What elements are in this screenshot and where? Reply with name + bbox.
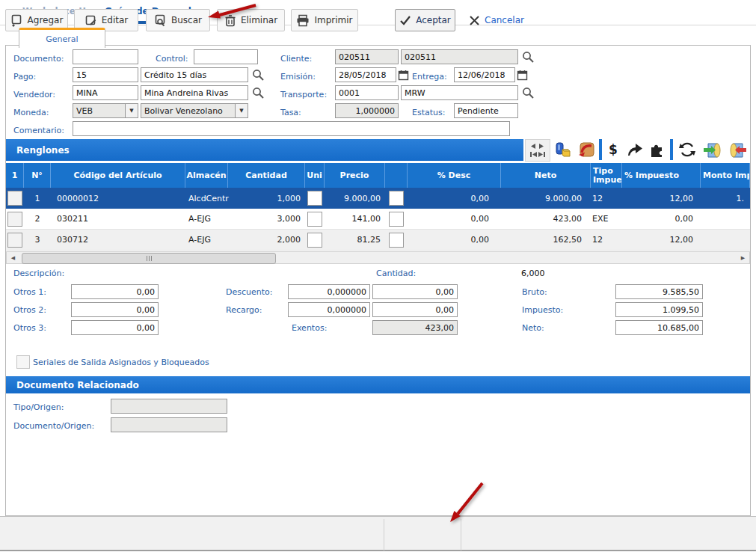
entrega-calendar-icon[interactable] (515, 68, 529, 82)
dollar-icon: $ (609, 142, 618, 157)
pago-name-input[interactable] (141, 67, 248, 82)
estatus-input[interactable] (454, 103, 518, 118)
cancelar-button[interactable]: Cancelar (464, 9, 529, 31)
otros3-input[interactable] (71, 320, 159, 335)
descuento-amt-input[interactable] (372, 284, 458, 299)
printer-icon (296, 14, 310, 27)
recargo-amt-input[interactable] (372, 302, 458, 317)
tasa-label: Tasa: (280, 108, 301, 117)
row-cell-chk (385, 209, 408, 229)
db-export-tool-button[interactable] (727, 139, 749, 160)
neto-input[interactable] (615, 320, 703, 335)
column-header-codigo[interactable]: Código del Artículo (51, 163, 185, 188)
row-selector-checkbox[interactable] (7, 191, 22, 206)
comentario-input[interactable] (73, 121, 510, 136)
column-header-monto-impuesto[interactable]: Monto Impuesto (701, 163, 750, 188)
exentos-label: Exentos: (292, 323, 327, 333)
seriales-checkbox[interactable] (16, 355, 30, 369)
column-header-chk[interactable] (385, 163, 408, 188)
entrega-date-input[interactable] (454, 67, 515, 82)
row-cell-precio: 81,25 (325, 230, 385, 250)
tasa-input[interactable] (335, 103, 399, 118)
transporte-search-icon[interactable] (521, 86, 535, 99)
impuesto-input[interactable] (615, 302, 703, 317)
scroll-right-button[interactable]: ▶ (737, 252, 749, 263)
column-header-neto[interactable]: Neto (501, 163, 591, 188)
forward-tool-button[interactable] (625, 139, 645, 160)
vendedor-code-input[interactable] (73, 85, 138, 100)
cantidad-label: Cantidad: (376, 269, 416, 278)
column-header-almacen[interactable]: Almacén (185, 163, 228, 188)
add-icon (10, 14, 23, 27)
row-navigation-buttons[interactable] (525, 139, 550, 162)
emision-calendar-icon[interactable] (396, 68, 410, 82)
exentos-input[interactable] (372, 320, 458, 335)
aceptar-button[interactable]: Aceptar (395, 9, 455, 31)
otros1-input[interactable] (71, 284, 159, 299)
tab-general[interactable]: General (19, 28, 105, 48)
bruto-input[interactable] (615, 284, 703, 299)
moneda-name-dropdown-icon[interactable]: ▼ (235, 104, 248, 117)
row-cell-chk (385, 188, 408, 209)
moneda-code-dropdown-icon[interactable]: ▼ (125, 104, 138, 117)
cliente-search-icon[interactable] (521, 50, 535, 64)
check-icon (399, 15, 411, 25)
moneda-name-select[interactable]: Bolivar Venezolano ▼ (141, 103, 248, 118)
row-checkbox[interactable] (389, 191, 404, 206)
emision-date-input[interactable] (335, 67, 396, 82)
column-header-sel[interactable]: 1 (6, 163, 24, 188)
control-input[interactable] (194, 49, 258, 64)
descuento-pct-input[interactable] (288, 284, 370, 299)
estatus-label: Estatus: (412, 108, 445, 117)
cube-tool-button[interactable] (553, 139, 573, 160)
scroll-left-button[interactable]: ◀ (7, 252, 19, 263)
uni-checkbox[interactable] (307, 212, 322, 227)
impuesto-label: Impuesto: (522, 305, 563, 315)
scrollbar-thumb[interactable] (22, 253, 276, 264)
transporte-name-input[interactable] (401, 85, 518, 100)
table-row[interactable]: 1 00000012 AlcdCentr 1,000 9.000,00 0,00… (6, 188, 750, 209)
vendedor-search-icon[interactable] (251, 86, 265, 99)
row-checkbox[interactable] (389, 233, 404, 248)
column-header-cantidad[interactable]: Cantidad (228, 163, 305, 188)
db-import-tool-button[interactable] (701, 139, 724, 160)
column-header-precio[interactable]: Precio (325, 163, 385, 188)
table-row[interactable]: 2 030211 A-EJG 3,000 141,00 0,00 423,00 … (6, 209, 750, 230)
cliente-code-input[interactable] (335, 49, 399, 64)
plugin-tool-button[interactable] (648, 139, 666, 160)
dollar-tool-button[interactable]: $ (606, 139, 621, 160)
documento-origen-input[interactable] (111, 417, 227, 432)
imprimir-button[interactable]: Imprimir (291, 9, 358, 31)
tipo-origen-input[interactable] (111, 399, 227, 414)
row-selector-checkbox[interactable] (7, 212, 22, 227)
export-tool-button[interactable] (576, 139, 597, 160)
row-cell-cantidad: 1,000 (228, 188, 305, 209)
row-selector-checkbox[interactable] (7, 233, 22, 248)
row-checkbox[interactable] (389, 212, 404, 227)
table-row[interactable]: 3 030712 A-EJG 2,000 81,25 0,00 162,50 1… (6, 230, 750, 251)
recargo-label: Recargo: (226, 305, 262, 315)
documento-input[interactable] (73, 49, 138, 64)
row-cell-precio: 9.000,00 (325, 188, 385, 209)
pago-search-icon[interactable] (251, 68, 265, 82)
otros2-input[interactable] (71, 302, 159, 317)
vendedor-name-input[interactable] (141, 85, 248, 100)
transporte-code-input[interactable] (335, 85, 399, 100)
recargo-pct-input[interactable] (288, 302, 370, 317)
column-header-uni[interactable]: Uni (305, 163, 325, 188)
refresh-tool-button[interactable] (677, 139, 698, 160)
column-header-desc[interactable]: % Desc (408, 163, 501, 188)
moneda-label: Moneda: (13, 108, 49, 117)
column-header-pct-impuesto[interactable]: % Impuesto (622, 163, 701, 188)
pago-code-input[interactable] (73, 67, 138, 82)
moneda-code-select[interactable]: VEB ▼ (73, 103, 138, 118)
uni-checkbox[interactable] (307, 233, 322, 248)
cliente-name-input[interactable] (401, 49, 518, 64)
grid-horizontal-scrollbar[interactable]: ◀ ▶ (6, 251, 750, 264)
descripcion-label: Descripción: (13, 269, 64, 278)
buscar-button[interactable]: Buscar (146, 9, 210, 31)
eliminar-button[interactable]: Eliminar (217, 9, 285, 31)
column-header-num[interactable]: N° (24, 163, 51, 188)
uni-checkbox[interactable] (307, 191, 322, 206)
column-header-tipo-impuesto[interactable]: Tipo Impuesto (591, 163, 622, 188)
